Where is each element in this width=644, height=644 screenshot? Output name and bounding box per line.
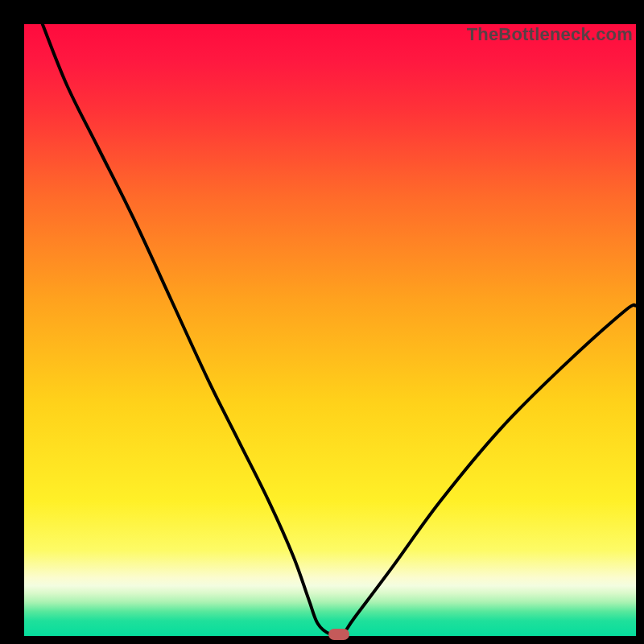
plot-area: TheBottleneck.com bbox=[24, 24, 636, 636]
bottleneck-curve bbox=[24, 24, 636, 636]
optimal-marker bbox=[328, 629, 349, 640]
chart-frame: TheBottleneck.com bbox=[8, 8, 636, 636]
